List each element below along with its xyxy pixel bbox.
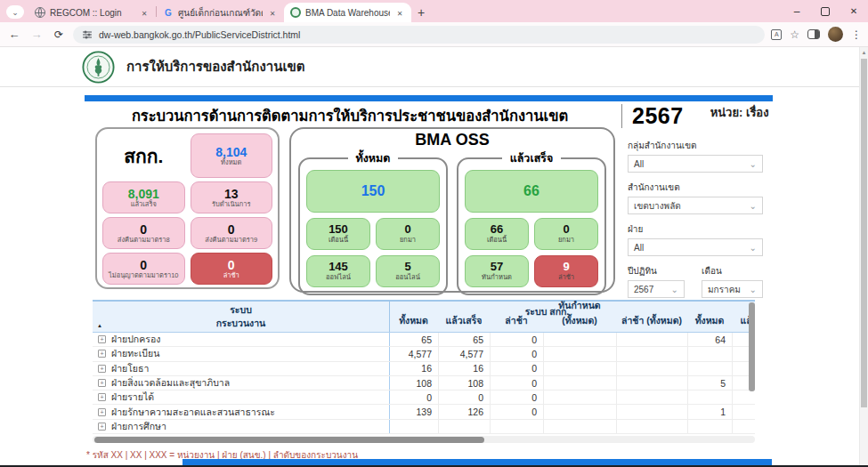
tab-favicon-icon xyxy=(290,7,301,18)
filter-select[interactable]: All xyxy=(628,238,763,256)
toolbar-actions xyxy=(771,27,862,42)
column-header[interactable]: ทันกำหนด (ทั้งหมด) xyxy=(543,300,616,328)
browser-menu-icon[interactable] xyxy=(851,28,862,41)
stat-box: 150 เดือนนี้ xyxy=(306,218,370,250)
stat-box: 9 ล่าช้า xyxy=(534,255,598,287)
tab-favicon-icon xyxy=(163,7,174,18)
row-value: 64 xyxy=(687,333,732,346)
table-row[interactable]: ฝ่ายปกครอง 65 65 0 64 xyxy=(93,333,755,347)
oss-group-stats: 150 เดือนนี้ 0 ยกมา 145 ออฟไลน์ 5 ออนไลน… xyxy=(306,218,440,287)
row-name: ฝ่ายรักษาความสะอาดและสวนสาธารณะ xyxy=(111,405,275,420)
row-value xyxy=(616,420,687,433)
row-name: ฝ่ายปกครอง xyxy=(111,332,160,347)
minimize-button[interactable] xyxy=(783,0,811,22)
reload-button[interactable] xyxy=(51,28,67,41)
tab-close-icon[interactable] xyxy=(394,8,405,18)
browser-toolbar: dw-web.bangkok.go.th/PublicServiceDistri… xyxy=(0,22,868,47)
row-value: 0 xyxy=(490,405,543,418)
browser-tab[interactable]: REGCOM :: Login xyxy=(28,3,156,22)
translate-icon[interactable] xyxy=(771,29,782,40)
stat-value: 0 xyxy=(563,223,569,237)
expand-icon[interactable] xyxy=(98,393,106,401)
row-name-cell: ฝ่ายรักษาความสะอาดและสวนสาธารณะ xyxy=(93,405,389,420)
table-vscroll-thumb[interactable] xyxy=(749,302,755,391)
browser-tab[interactable]: ศูนย์เด็กก่อนเกณฑ์วัดดาวดึงษาราม xyxy=(157,3,284,22)
table-row[interactable]: ฝ่ายสิ่งแวดล้อมและสุขาภิบาล 108 108 0 5 xyxy=(93,376,755,391)
new-tab-button[interactable] xyxy=(411,5,431,20)
expand-icon[interactable] xyxy=(98,423,106,431)
address-bar[interactable]: dw-web.bangkok.go.th/PublicServiceDistri… xyxy=(73,26,765,44)
table-vertical-scrollbar[interactable] xyxy=(749,301,755,434)
close-window-button[interactable] xyxy=(840,0,868,22)
tab-search-button[interactable] xyxy=(6,5,24,19)
stat-box: 0 ส่งคืนตามมาตรา8 xyxy=(102,217,185,249)
row-name: ฝ่ายรายได้ xyxy=(111,390,154,405)
site-settings-icon[interactable] xyxy=(82,29,93,40)
table-row[interactable]: ฝ่ายรายได้ 0 0 0 xyxy=(93,391,755,405)
oss-group-total: 150 xyxy=(306,170,440,213)
expand-icon[interactable] xyxy=(98,408,106,416)
tab-close-icon[interactable] xyxy=(139,8,150,18)
table-hscroll-thumb[interactable] xyxy=(94,437,484,443)
stat-value: 66 xyxy=(491,223,503,237)
filter-label: ปีปฏิทิน xyxy=(628,264,685,278)
oss-groups: ทั้งหมด 150 150 เดือนนี้ 0 ยกมา 145 ออฟไ… xyxy=(298,149,606,295)
column-header[interactable]: ล่าช้า (ทั้งหมด) xyxy=(616,313,687,328)
row-value xyxy=(687,362,732,375)
table-horizontal-scrollbar[interactable] xyxy=(93,436,755,443)
table-row[interactable]: ฝ่ายการศึกษา xyxy=(93,420,755,434)
bma-oss-title: BMA OSS xyxy=(298,131,606,149)
column-header[interactable]: แล้วเสร็จ xyxy=(438,313,490,328)
column-header[interactable]: ล่าช้า xyxy=(490,313,543,328)
stat-label: ออนไลน์ xyxy=(395,274,420,282)
browser-tab[interactable]: BMA Data Warehouse xyxy=(284,3,411,22)
expand-icon[interactable] xyxy=(98,335,106,343)
row-value: 5 xyxy=(687,376,732,390)
stat-label: ออฟไลน์ xyxy=(326,274,351,282)
expand-icon[interactable] xyxy=(98,379,106,387)
unit-label: หน่วย: เรื่อง xyxy=(710,103,769,122)
page-vertical-scrollbar[interactable] xyxy=(859,47,868,465)
column-header-process[interactable]: ระบบ กระบวนงาน xyxy=(93,302,389,332)
stat-value: 8,091 xyxy=(128,187,159,201)
row-value xyxy=(687,347,732,360)
stat-value: 0 xyxy=(228,222,235,237)
filter-label: เดือน xyxy=(702,264,763,278)
row-value: 0 xyxy=(490,362,543,375)
row-name-cell: ฝ่ายปกครอง xyxy=(93,332,389,347)
row-value xyxy=(616,347,687,360)
profile-avatar[interactable] xyxy=(828,27,843,42)
row-value xyxy=(490,420,543,433)
stat-box: 8,091 แล้วเสร็จ xyxy=(102,181,185,213)
table-row[interactable]: ฝ่ายทะเบียน 4,577 4,577 0 xyxy=(93,347,755,361)
table-row[interactable]: ฝ่ายโยธา 16 16 0 xyxy=(93,362,755,376)
filter-label: กลุ่มสำนักงานเขต xyxy=(628,139,763,152)
tab-close-icon[interactable] xyxy=(267,8,278,18)
stat-label: เดือนนี้ xyxy=(329,237,348,245)
back-button[interactable] xyxy=(6,28,22,41)
page-vscroll-thumb[interactable] xyxy=(861,59,867,407)
title-divider xyxy=(621,104,622,128)
column-header[interactable]: ทั้งหมด xyxy=(389,313,438,328)
row-value xyxy=(543,391,616,404)
row-value: 65 xyxy=(389,333,438,346)
filter-select[interactable]: All xyxy=(628,155,763,173)
expand-icon[interactable] xyxy=(98,365,106,373)
filter-select[interactable]: เขตบางพลัด xyxy=(628,197,763,214)
bookmark-star-icon[interactable] xyxy=(790,28,799,41)
sakk-title: สกก. xyxy=(102,133,185,178)
accent-bar-bottom xyxy=(183,459,772,465)
maximize-button[interactable] xyxy=(811,0,840,22)
row-value: 65 xyxy=(438,333,490,346)
filter-select[interactable]: 2567 xyxy=(628,280,685,298)
filter-select[interactable]: มกราคม xyxy=(702,280,763,298)
scroll-up-arrow-icon[interactable] xyxy=(860,47,868,58)
forward-button[interactable] xyxy=(28,28,45,41)
stat-value: 13 xyxy=(224,187,239,201)
column-header[interactable]: ทั้งหมด xyxy=(687,313,732,328)
table-row[interactable]: ฝ่ายรักษาความสะอาดและสวนสาธารณะ 139 126 … xyxy=(93,405,755,419)
chevron-down-icon xyxy=(671,285,678,294)
expand-icon[interactable] xyxy=(98,350,106,358)
side-panel-icon[interactable] xyxy=(807,29,820,39)
filters-panel: กลุ่มสำนักงานเขต All สำนักงานเขต เขตบางพ… xyxy=(628,139,763,306)
